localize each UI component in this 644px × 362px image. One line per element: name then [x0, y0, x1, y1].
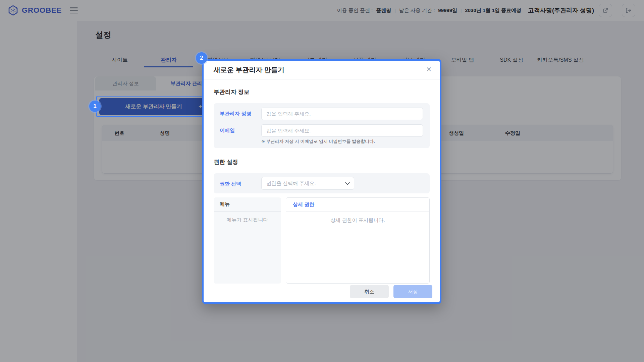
modal-header: 새로운 부관리자 만들기 ✕	[204, 61, 440, 79]
section-permission: 권한 설정	[214, 158, 430, 166]
permission-label: 권한 선택	[220, 181, 241, 187]
app-viewport: GROOBEE 이용 중인 플랜 : 플랜명 | 남은 사용 기간 : 9999…	[0, 0, 644, 362]
tutorial-highlight-box	[96, 96, 208, 117]
menu-panel-empty-text: 메뉴가 표시됩니다	[214, 217, 281, 223]
close-icon[interactable]: ✕	[426, 66, 432, 73]
email-input[interactable]	[261, 124, 423, 137]
modal-title: 새로운 부관리자 만들기	[214, 65, 284, 74]
permission-select-placeholder: 권한을 선택해 주세요.	[266, 180, 346, 187]
save-button[interactable]: 저장	[393, 285, 432, 298]
create-subadmin-modal: 새로운 부관리자 만들기 ✕ 부관리자 정보 부관리자 성명 이메일 ※ 부관리…	[202, 59, 441, 304]
modal-body: 부관리자 정보 부관리자 성명 이메일 ※ 부관리자 저장 시 이메일로 임시 …	[204, 88, 440, 284]
permission-fieldset: 권한 선택 권한을 선택해 주세요.	[214, 173, 430, 193]
cancel-button[interactable]: 취소	[350, 285, 389, 298]
permission-select[interactable]: 권한을 선택해 주세요.	[261, 177, 354, 190]
email-note: ※ 부관리자 저장 시 이메일로 임시 비밀번호를 발송합니다.	[261, 138, 375, 144]
permission-panels: 메뉴 메뉴가 표시됩니다 상세 권한 상세 권한이 표시됩니다.	[214, 197, 430, 284]
name-input[interactable]	[261, 108, 423, 120]
menu-panel: 메뉴 메뉴가 표시됩니다	[214, 197, 281, 284]
tutorial-step-1-badge: 1	[89, 101, 101, 112]
menu-panel-header: 메뉴	[214, 197, 281, 212]
detail-panel-header: 상세 권한	[286, 198, 429, 212]
detail-panel-empty-text: 상세 권한이 표시됩니다.	[286, 217, 429, 224]
subadmin-info-fieldset: 부관리자 성명 이메일 ※ 부관리자 저장 시 이메일로 임시 비밀번호를 발송…	[214, 103, 430, 148]
detail-permission-panel: 상세 권한 상세 권한이 표시됩니다.	[286, 197, 430, 284]
chevron-down-icon	[345, 180, 350, 185]
modal-footer: 취소 저장	[350, 285, 432, 298]
name-label: 부관리자 성명	[220, 111, 251, 117]
tutorial-step-2-badge: 2	[196, 52, 207, 64]
section-subadmin-info: 부관리자 정보	[214, 88, 430, 96]
email-label: 이메일	[220, 127, 235, 134]
